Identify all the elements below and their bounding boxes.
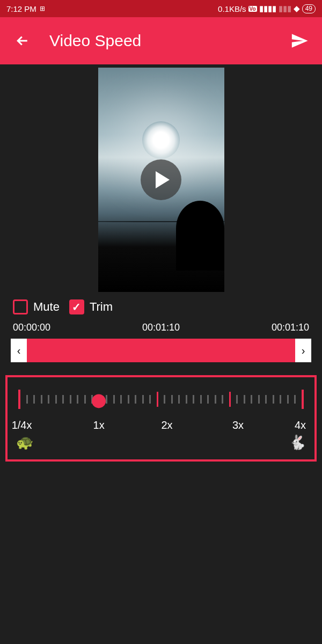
options-row: Mute Trim	[0, 292, 322, 320]
speed-label-2: 2x	[161, 419, 172, 431]
trim-handle-left[interactable]: ‹	[11, 339, 27, 362]
speed-labels: 1/4x 1x 2x 3x 4x	[13, 419, 309, 433]
speed-slider-thumb[interactable]	[92, 394, 106, 408]
trim-checkbox[interactable]: Trim	[69, 299, 113, 314]
speed-slider[interactable]	[13, 389, 309, 416]
status-bar: 7:12 PM ⊞ 0.1KB/s Vo ▮▮▮▮ ▮▮▮ ◆ 49	[0, 0, 322, 17]
app-bar: Video Speed	[0, 17, 322, 64]
mute-label: Mute	[33, 300, 60, 314]
time-current: 00:01:10	[142, 322, 180, 333]
back-button[interactable]	[13, 31, 32, 50]
speed-label-4: 4x	[295, 419, 306, 431]
wifi-icon: ◆	[294, 4, 300, 13]
video-thumbnail-graphic	[142, 121, 180, 159]
trim-handle-right[interactable]: ›	[295, 339, 311, 362]
status-misc-icon: ⊞	[40, 5, 45, 12]
rabbit-icon: 🐇	[289, 434, 306, 451]
battery-indicator: 49	[302, 4, 316, 13]
time-end: 00:01:10	[272, 322, 309, 333]
status-data-rate: 0.1KB/s	[218, 4, 246, 13]
signal-icon: ▮▮▮▮	[259, 4, 276, 13]
checkbox-icon	[13, 299, 28, 314]
checkbox-checked-icon	[69, 299, 84, 314]
timeline-times: 00:00:00 00:01:10 00:01:10	[0, 320, 322, 339]
turtle-icon: 🐢	[16, 434, 33, 451]
trim-label: Trim	[90, 300, 113, 314]
speed-label-3: 3x	[232, 419, 244, 431]
speed-label-1: 1x	[93, 419, 105, 431]
mute-checkbox[interactable]: Mute	[13, 299, 60, 314]
volte-icon: Vo	[248, 6, 257, 12]
page-title: Video Speed	[49, 32, 273, 50]
play-button[interactable]	[141, 159, 181, 200]
trim-bar[interactable]: ‹ ›	[11, 339, 311, 362]
speed-label-0: 1/4x	[12, 419, 32, 431]
time-start: 00:00:00	[13, 322, 50, 333]
send-button[interactable]	[290, 31, 309, 50]
content-area: Mute Trim 00:00:00 00:01:10 00:01:10 ‹ ›	[0, 64, 322, 462]
play-icon	[156, 171, 170, 188]
trim-fill[interactable]	[27, 339, 295, 362]
video-preview[interactable]	[98, 68, 224, 292]
status-time: 7:12 PM	[6, 4, 36, 13]
speed-panel: 1/4x 1x 2x 3x 4x 🐢 🐇	[5, 375, 317, 462]
signal-icon-2: ▮▮▮	[279, 4, 291, 13]
